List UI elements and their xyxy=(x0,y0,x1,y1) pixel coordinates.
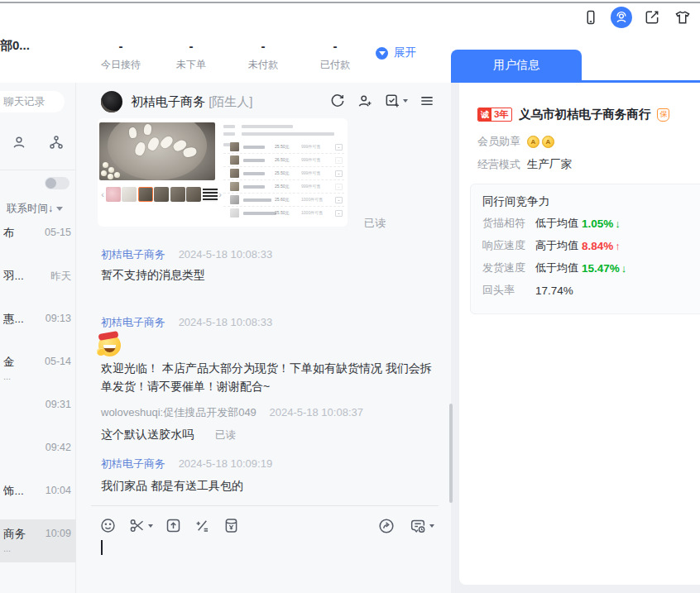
filter-toggle[interactable] xyxy=(45,177,70,189)
upload-file-icon[interactable] xyxy=(165,517,182,534)
sku-minus-button[interactable]: - xyxy=(335,210,343,217)
expand-label: 展开 xyxy=(394,45,416,60)
message-sender-row: woloveshuqi:促佳搜品开发部049 2024-5-18 10:08:3… xyxy=(101,405,363,420)
search-input[interactable]: 聊天记录 xyxy=(0,91,65,112)
thumbs-prev-icon[interactable]: ‹ xyxy=(101,187,104,202)
competition-row: 响应速度 高于均值 8.84% ↑ xyxy=(482,238,621,253)
message-text: 暂不支持的消息类型 xyxy=(101,265,210,284)
chat-history-icon[interactable] xyxy=(409,517,434,535)
conversation-item[interactable]: 布 05-15 xyxy=(0,218,76,261)
product-thumbnail[interactable] xyxy=(170,187,185,202)
sku-price: 25.60元 xyxy=(275,197,290,203)
competition-box: 同行间竞争力 货描相符 低于均值 1.05% ↓ 响应速度 高于均值 8.84%… xyxy=(470,184,700,314)
conversation-item[interactable]: 09:31 xyxy=(0,390,76,433)
stat-paid: - 已付款 xyxy=(304,40,367,72)
mobile-phone-icon[interactable] xyxy=(580,7,602,28)
menu-icon[interactable] xyxy=(419,93,435,109)
create-task-icon[interactable] xyxy=(384,93,408,109)
account-name[interactable]: 部0... xyxy=(0,38,30,54)
thumbs-next-icon[interactable]: › xyxy=(218,187,222,202)
sku-stock: 999件可售 xyxy=(301,170,321,177)
conversation-item[interactable]: 饰... 10:04 xyxy=(0,476,76,519)
customer-service-icon[interactable] xyxy=(611,7,632,28)
topbar-icons xyxy=(580,7,693,28)
message-sender-row: 初桔电子商务 2024-5-18 10:08:33 xyxy=(101,247,272,262)
competition-title: 同行间竞争力 xyxy=(482,194,549,209)
shop-title-row: 诚 3年 义乌市初桔电子商务商行 保 xyxy=(477,107,669,122)
cheng-icon: 诚 xyxy=(478,108,491,121)
message-time: 2024-5-18 10:09:19 xyxy=(179,457,272,470)
sku-minus-button[interactable]: - xyxy=(335,197,343,203)
conversation-preview: ... xyxy=(3,371,11,381)
sku-price: 25.50元 xyxy=(275,184,290,190)
org-structure-icon[interactable] xyxy=(48,134,65,151)
product-thumbnail[interactable] xyxy=(122,187,137,202)
sender-name[interactable]: 初桔电子商务 xyxy=(101,457,165,470)
product-thumbnail[interactable] xyxy=(154,187,169,202)
expand-button[interactable]: 展开 xyxy=(376,45,416,60)
sku-minus-button[interactable]: - xyxy=(335,184,343,190)
sender-name[interactable]: 初桔电子商务 xyxy=(101,316,165,328)
sku-minus-button[interactable]: - xyxy=(335,144,343,151)
compose-message-icon[interactable] xyxy=(641,7,663,28)
message-text: 我们家品 都是有送工具包的 xyxy=(101,476,243,495)
contact-person-icon[interactable] xyxy=(11,134,27,151)
shop-shirt-icon[interactable] xyxy=(672,7,693,28)
stat-unpaid: - 未付款 xyxy=(232,40,295,72)
product-card-message[interactable]: ‹ › 25.50元 999件可售 - 26.50元 xyxy=(98,118,348,227)
peer-tag: [陌生人] xyxy=(209,94,252,108)
conversation-name: 商务 xyxy=(3,527,26,542)
peer-avatar[interactable] xyxy=(101,91,122,112)
sku-minus-button[interactable]: - xyxy=(335,170,343,177)
emoji-picker-icon[interactable] xyxy=(99,517,117,534)
conversation-item-selected[interactable]: 商务 10:09 ... xyxy=(0,519,76,562)
tab-user-info[interactable]: 用户信息 xyxy=(451,50,582,81)
sender-name[interactable]: woloveshuqi:促佳搜品开发部049 xyxy=(101,406,257,418)
peer-name: 初桔电子商务 xyxy=(131,94,205,108)
conversation-item[interactable]: 09:42 xyxy=(0,433,76,476)
discount-icon[interactable] xyxy=(194,517,211,534)
message-sender-row: 初桔电子商务 2024-5-18 10:08:33 xyxy=(101,315,272,330)
conversation-time: 05-14 xyxy=(45,356,71,367)
shop-name[interactable]: 义乌市初桔电子商务商行 xyxy=(519,107,651,122)
read-status: 已读 xyxy=(364,216,386,231)
red-packet-icon[interactable] xyxy=(223,517,240,534)
chengxintong-badge: 诚 3年 xyxy=(477,108,512,122)
conversation-name: 惠... xyxy=(3,312,24,327)
product-thumbnail[interactable] xyxy=(203,187,218,202)
forward-icon[interactable] xyxy=(377,517,396,535)
sku-price: 25.50元 xyxy=(275,144,290,151)
message-time: 2024-5-18 10:08:33 xyxy=(179,316,272,328)
composer-toolbar-right xyxy=(377,517,434,535)
product-thumbnail[interactable] xyxy=(106,187,121,202)
conversation-time: 09:31 xyxy=(46,399,71,410)
sku-minus-button[interactable]: - xyxy=(335,157,343,164)
competition-row: 发货速度 低于均值 15.47% ↓ xyxy=(482,261,626,275)
product-thumbnail-selected[interactable] xyxy=(138,187,153,202)
message-time: 2024-5-18 10:08:33 xyxy=(179,248,272,261)
screenshot-scissors-icon[interactable] xyxy=(128,517,153,534)
conversation-name: 羽... xyxy=(3,269,24,284)
refresh-icon[interactable] xyxy=(329,93,346,109)
arrow-down-icon: ↓ xyxy=(621,262,627,275)
sku-stock: 999件可售 xyxy=(301,157,321,164)
conversation-item[interactable]: 惠... 09:13 xyxy=(0,304,76,347)
add-contact-icon[interactable] xyxy=(357,93,373,109)
conversation-item[interactable]: 羽... 昨天 xyxy=(0,261,76,304)
product-thumbnail[interactable] xyxy=(186,187,201,202)
conversation-time: 09:42 xyxy=(46,442,71,453)
chat-scrollbar[interactable] xyxy=(449,404,453,503)
sort-by-contact-time[interactable]: 联系时间↓ xyxy=(7,202,63,216)
product-photo xyxy=(99,122,215,180)
sku-panel: 25.50元 999件可售 - 26.50元 999件可售 - 25.50元 9… xyxy=(223,123,344,222)
gold-medal-icon: A xyxy=(542,136,554,148)
product-thumbnails: ‹ › xyxy=(101,186,222,203)
sku-stock: 999件可售 xyxy=(301,144,321,151)
sender-name[interactable]: 初桔电子商务 xyxy=(101,248,165,261)
sku-price: 25.50元 xyxy=(275,170,290,177)
message-input-caret[interactable] xyxy=(101,540,103,555)
conversation-item[interactable]: 金 05-14 ... xyxy=(0,347,76,390)
stat-no-order: - 未下单 xyxy=(160,40,223,72)
task-caret-icon xyxy=(403,99,408,103)
conversation-time: 09:13 xyxy=(46,313,71,324)
